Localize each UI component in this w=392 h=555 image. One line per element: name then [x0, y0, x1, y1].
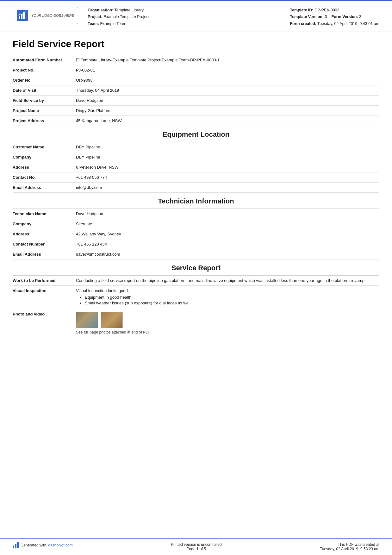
field-label: Contact Number [13, 239, 76, 249]
field-value: Thursday, 04 April 2019 [76, 85, 379, 95]
main-content: Field Service Report Automated Form Numb… [0, 32, 392, 538]
header: YOUR LOGO GOES HERE Organisation: Templa… [0, 1, 392, 32]
table-row: Email Addressdave@smconstruct.com [13, 249, 379, 259]
bar-1 [13, 546, 14, 548]
field-label: Address [13, 162, 76, 172]
table-row: Email Addressinfo@dby.com [13, 182, 379, 192]
field-value: DBY Pipeline [76, 142, 379, 152]
field-value: DBY Pipeline [76, 152, 379, 162]
team-line: Team: Example Team [88, 21, 280, 27]
project-value: Example Template Project [103, 15, 149, 19]
field-label: Contact No. [13, 172, 76, 182]
field-value: Dave Hodgson [76, 209, 379, 219]
page: YOUR LOGO GOES HERE Organisation: Templa… [0, 0, 392, 555]
table-row: Customer NameDBY Pipeline [13, 142, 379, 152]
bullet-list: Equipment in good healthSmall weather is… [85, 295, 376, 305]
field-value: info@dby.com [76, 182, 379, 192]
table-row: Field Service byDave Hodgson [13, 95, 379, 105]
field-text: Visual inspection looks good. [76, 288, 376, 293]
field-label: Date of Visit [13, 85, 76, 95]
table-row: Address6 Peterson Drive, NSW [13, 162, 379, 172]
project-label: Project: [88, 15, 103, 19]
logo-box: YOUR LOGO GOES HERE [13, 7, 78, 24]
table-row: Photo and videoSee full page photos atta… [13, 309, 379, 337]
field-value: 6 Peterson Drive, NSW [76, 162, 379, 172]
photo-thumb-2 [101, 312, 123, 328]
service-table: Work to be PerformedConducting a field s… [13, 276, 379, 337]
photo-container [76, 312, 376, 328]
field-value: Dave Hodgson [76, 95, 379, 105]
form-created-label: Form created: [290, 22, 316, 26]
technician-table: Technician NameDave HodgsonCompanySitema… [13, 209, 379, 259]
uncontrolled-text: Printed version is uncontrolled [171, 542, 222, 547]
form-created-value: Tuesday, 02 April 2019, 9:43:01 am [317, 22, 379, 26]
field-label: Address [13, 229, 76, 239]
svg-rect-1 [19, 16, 20, 19]
org-line: Organisation: Template Library [88, 7, 280, 14]
team-label: Team: [88, 22, 99, 26]
form-version-label: Form Version: [332, 15, 358, 19]
field-label: Project Name [13, 105, 76, 115]
form-fields-table: Automated Form Number☐ Template Library-… [13, 55, 379, 126]
field-value: 42 Wallaby Way, Sydney [76, 229, 379, 239]
field-value: OR-9098 [76, 75, 379, 85]
field-label: Visual Inspection [13, 285, 76, 309]
field-label: Company [13, 152, 76, 162]
table-row: Project No.PJ-002-01 [13, 65, 379, 75]
equipment-heading: Equipment Location [13, 126, 379, 142]
template-version-value: 3 [325, 15, 327, 19]
list-item: Equipment in good health [85, 295, 376, 300]
team-value: Example Team [100, 22, 126, 26]
bar-3 [17, 542, 19, 548]
field-label: Automated Form Number [13, 55, 76, 65]
table-row: Visual InspectionVisual inspection looks… [13, 285, 379, 309]
field-value: See full page photos attached at end of … [76, 309, 379, 337]
logo-icon [17, 10, 28, 21]
template-id-value: DP-PEA-0003 [314, 8, 339, 12]
field-label: Order No. [13, 75, 76, 85]
service-heading: Service Report [13, 259, 379, 276]
table-row: Contact No.+61 498 056 774 [13, 172, 379, 182]
field-value: dave@smconstruct.com [76, 249, 379, 259]
table-row: Technician NameDave Hodgson [13, 209, 379, 219]
footer-left: Generated with dashpivot.com [13, 542, 73, 548]
field-value: ☐ Template Library-Example Template Proj… [76, 55, 379, 65]
logo-text: YOUR LOGO GOES HERE [31, 14, 74, 17]
field-label: Technician Name [13, 209, 76, 219]
generated-text: Generated with [21, 543, 46, 547]
table-row: CompanyDBY Pipeline [13, 152, 379, 162]
field-value: Sitemate [76, 219, 379, 229]
org-value: Template Library [115, 8, 144, 12]
version-line: Template Version: 3 Form Version: 3 [290, 14, 379, 20]
footer-center: Printed version is uncontrolled Page 1 o… [171, 542, 222, 551]
table-row: Contact Number+61 456 123 454 [13, 239, 379, 249]
field-label: Field Service by [13, 95, 76, 105]
bar-chart-icon [13, 542, 19, 548]
table-row: Order No.OR-9098 [13, 75, 379, 85]
field-label: Photo and video [13, 309, 76, 337]
header-meta: Organisation: Template Library Project: … [88, 7, 280, 27]
pdf-created-date: Tuesday, 02 April 2019, 9:53:23 am [320, 547, 379, 551]
form-version-value: 3 [359, 15, 361, 19]
field-value: Dingy Gas Platform [76, 105, 379, 115]
header-right: Template ID: DP-PEA-0003 Template Versio… [290, 7, 379, 27]
footer: Generated with dashpivot.com Printed ver… [0, 538, 392, 555]
field-label: Project No. [13, 65, 76, 75]
template-id-label: Template ID: [290, 8, 313, 12]
field-value: PJ-002-01 [76, 65, 379, 75]
field-value: +61 456 123 454 [76, 239, 379, 249]
photo-caption: See full page photos attached at end of … [76, 330, 376, 334]
field-label: Company [13, 219, 76, 229]
bar-2 [15, 544, 16, 548]
dashpivot-link[interactable]: dashpivot.com [48, 543, 72, 547]
table-row: Automated Form Number☐ Template Library-… [13, 55, 379, 65]
project-line: Project: Example Template Project [88, 14, 280, 20]
field-label: Work to be Performed [13, 276, 76, 286]
table-row: Date of VisitThursday, 04 April 2019 [13, 85, 379, 95]
table-row: Project NameDingy Gas Platform [13, 105, 379, 115]
template-version-label: Template Version: [290, 15, 324, 19]
page-text: Page 1 of 5 [171, 547, 222, 551]
list-item: Small weather issues (sun exposure) for … [85, 301, 376, 305]
table-row: Address42 Wallaby Way, Sydney [13, 229, 379, 239]
technician-heading: Technician Information [13, 193, 379, 209]
